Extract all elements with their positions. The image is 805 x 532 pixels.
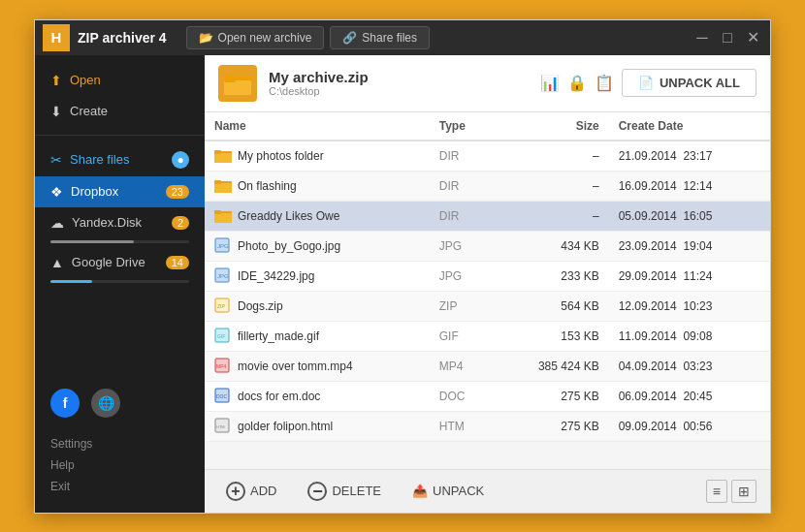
table-row[interactable]: GIF fillerty_made.gif GIF 153 KB 11.09.2… xyxy=(205,321,770,351)
open-archive-button[interactable]: 📂 Open new archive xyxy=(186,26,325,49)
svg-rect-8 xyxy=(214,180,221,184)
cell-type: JPG xyxy=(430,231,495,261)
cell-type: DIR xyxy=(430,141,495,172)
col-size: Size xyxy=(495,112,609,141)
table-row[interactable]: JPG Photo_by_Gogo.jpg JPG 434 KB 23.09.2… xyxy=(205,231,770,261)
minimize-button[interactable]: ─ xyxy=(692,29,712,47)
table-row[interactable]: ZIP Dogs.zip ZIP 564 KB 12.09.2014 10:23 xyxy=(205,291,770,321)
cell-name: ZIP Dogs.zip xyxy=(205,291,430,321)
main-layout: ⬆ Open ⬇ Create ✂ Share files ● ❖ Dropbo… xyxy=(35,55,770,513)
archive-name: My archive.zip xyxy=(269,69,369,85)
svg-rect-1 xyxy=(224,80,251,95)
cell-name: On flashing xyxy=(205,171,430,201)
sidebar-item-share[interactable]: ✂ Share files ● xyxy=(35,143,205,176)
cell-date: 06.09.2014 20:45 xyxy=(609,381,770,411)
cell-name: My photos folder xyxy=(205,141,430,172)
cell-date: 11.09.2014 09:08 xyxy=(609,321,770,351)
table-row[interactable]: On flashing DIR – 16.09.2014 12:14 xyxy=(205,171,770,201)
file-table-wrapper[interactable]: Name Type Size Create Date My photos fol… xyxy=(205,112,770,469)
table-row[interactable]: My photos folder DIR – 21.09.2014 23:17 xyxy=(205,141,770,172)
sidebar-nav: ⬆ Open ⬇ Create ✂ Share files ● ❖ Dropbo… xyxy=(35,55,205,297)
file-icon[interactable]: 📋 xyxy=(595,74,614,92)
list-view-button[interactable]: ≡ xyxy=(706,480,727,503)
svg-text:HTM: HTM xyxy=(216,424,225,429)
cell-name: MP4 movie over tomm.mp4 xyxy=(205,351,430,381)
table-row[interactable]: HTM golder folipon.html HTM 275 KB 09.09… xyxy=(205,411,770,441)
sidebar-item-yandex[interactable]: ☁ Yandex.Disk 2 xyxy=(35,207,205,238)
svg-text:JPG: JPG xyxy=(217,243,229,249)
cell-date: 21.09.2014 23:17 xyxy=(609,141,770,172)
cell-date: 09.09.2014 00:56 xyxy=(609,411,770,441)
social-links: f 🌐 xyxy=(50,389,189,418)
share-files-button[interactable]: 🔗 Share files xyxy=(330,26,430,49)
svg-rect-4 xyxy=(214,153,232,163)
app-name: ZIP archiver 4 xyxy=(78,30,167,46)
cell-size: 275 KB xyxy=(495,411,609,441)
yandex-icon: ☁ xyxy=(50,215,64,231)
table-row[interactable]: MP4 movie over tomm.mp4 MP4 385 424 KB 0… xyxy=(205,351,770,381)
bar-chart-icon[interactable]: 📊 xyxy=(540,74,560,92)
cell-name: Greaddy Likes Owe xyxy=(205,201,430,231)
cell-type: MP4 xyxy=(430,351,495,381)
lock-icon[interactable]: 🔒 xyxy=(567,74,587,92)
sidebar-bottom: f 🌐 Settings Help Exit xyxy=(35,373,205,513)
unpack-button[interactable]: 📤 UNPACK xyxy=(404,480,492,502)
cell-size: 564 KB xyxy=(495,291,609,321)
add-icon: + xyxy=(226,482,245,501)
svg-rect-10 xyxy=(214,213,232,223)
svg-text:GIF: GIF xyxy=(217,333,225,339)
sidebar: ⬆ Open ⬇ Create ✂ Share files ● ❖ Dropbo… xyxy=(35,55,205,513)
help-link[interactable]: Help xyxy=(50,454,189,476)
sidebar-item-dropbox[interactable]: ❖ Dropbox 23 xyxy=(35,176,205,207)
cell-type: DIR xyxy=(430,201,495,231)
file-type-icon: MP4 xyxy=(214,358,232,375)
cell-type: DOC xyxy=(430,381,495,411)
unpack-icon: 📤 xyxy=(412,484,428,498)
open-icon: ⬆ xyxy=(50,73,62,88)
svg-rect-2 xyxy=(224,76,236,82)
col-type: Type xyxy=(430,112,495,141)
share-files-icon: ✂ xyxy=(50,152,62,168)
unpack-all-button[interactable]: 📄 UNPACK ALL xyxy=(622,69,757,97)
cell-name: JPG Photo_by_Gogo.jpg xyxy=(205,231,430,261)
dropbox-icon: ❖ xyxy=(50,184,63,200)
table-row[interactable]: DOC docs for em.doc DOC 275 KB 06.09.201… xyxy=(205,381,770,411)
maximize-button[interactable]: □ xyxy=(718,29,737,47)
table-header-row: Name Type Size Create Date xyxy=(205,112,770,141)
svg-text:MP4: MP4 xyxy=(216,363,227,369)
sidebar-item-google[interactable]: ▲ Google Drive 14 xyxy=(35,247,205,278)
google-badge: 14 xyxy=(166,256,189,269)
cell-date: 23.09.2014 19:04 xyxy=(609,231,770,261)
svg-rect-7 xyxy=(214,183,232,193)
exit-link[interactable]: Exit xyxy=(50,476,189,497)
globe-icon[interactable]: 🌐 xyxy=(91,389,120,418)
cell-date: 12.09.2014 10:23 xyxy=(609,291,770,321)
add-button[interactable]: + ADD xyxy=(218,478,284,505)
settings-link[interactable]: Settings xyxy=(50,433,189,454)
share-badge: ● xyxy=(172,151,189,169)
cell-size: – xyxy=(495,171,609,201)
create-icon: ⬇ xyxy=(50,104,62,119)
sidebar-item-open[interactable]: ⬆ Open xyxy=(35,65,205,96)
cell-size: 434 KB xyxy=(495,231,609,261)
table-row[interactable]: Greaddy Likes Owe DIR – 05.09.2014 16:05 xyxy=(205,201,770,231)
open-archive-icon: 📂 xyxy=(199,31,213,45)
archive-header: My archive.zip C:\desktop 📊 🔒 📋 📄 UNPACK… xyxy=(205,55,770,112)
cell-date: 29.09.2014 11:24 xyxy=(609,261,770,291)
file-type-icon: JPG xyxy=(214,267,232,285)
content-area: My archive.zip C:\desktop 📊 🔒 📋 📄 UNPACK… xyxy=(205,55,770,513)
facebook-icon[interactable]: f xyxy=(50,389,80,418)
table-row[interactable]: JPG IDE_34229.jpg JPG 233 KB 29.09.2014 … xyxy=(205,261,770,291)
sidebar-item-create[interactable]: ⬇ Create xyxy=(35,96,205,127)
cell-size: 275 KB xyxy=(495,381,609,411)
file-table: Name Type Size Create Date My photos fol… xyxy=(205,112,770,442)
cell-type: DIR xyxy=(430,171,495,201)
archive-actions: 📊 🔒 📋 📄 UNPACK ALL xyxy=(540,69,757,97)
file-type-icon xyxy=(214,207,232,225)
archive-path: C:\desktop xyxy=(269,85,369,97)
cell-name: GIF fillerty_made.gif xyxy=(205,321,430,351)
close-button[interactable]: ✕ xyxy=(743,28,762,47)
delete-button[interactable]: − DELETE xyxy=(300,478,389,505)
grid-view-button[interactable]: ⊞ xyxy=(731,480,757,503)
yandex-badge: 2 xyxy=(172,216,189,230)
